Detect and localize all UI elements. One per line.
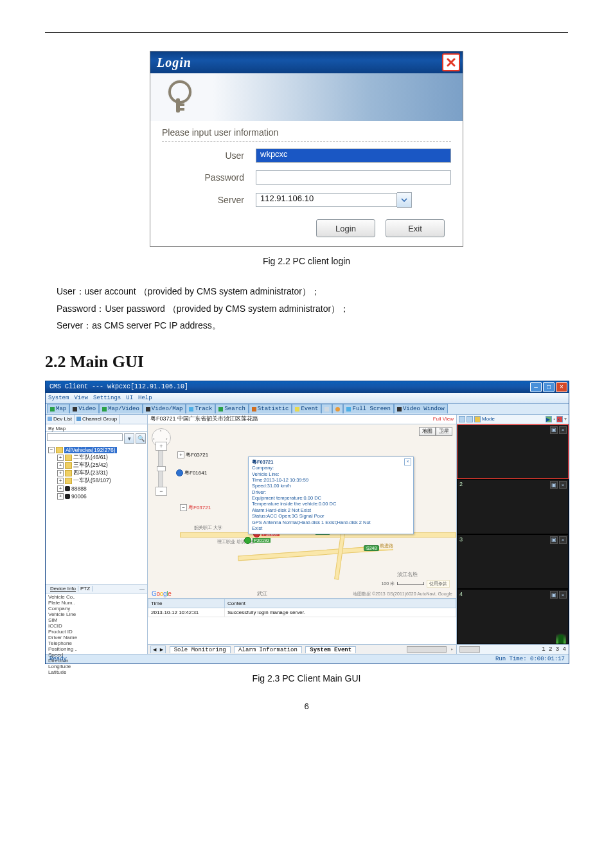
map-terms[interactable]: 使用条款 xyxy=(427,580,450,588)
login-window: Login Please input user information User… xyxy=(150,51,463,247)
tab-map-video[interactable]: Map/Video xyxy=(99,404,143,413)
password-label: Password xyxy=(162,172,256,183)
video-cell-3[interactable]: 3 ▣× xyxy=(457,534,569,590)
tab-icon-b[interactable] xyxy=(332,404,343,413)
view-max-icon[interactable]: ▣ xyxy=(550,426,558,434)
col-time[interactable]: Time xyxy=(148,599,225,608)
tab-statistic[interactable]: Statistic xyxy=(249,404,292,413)
menu-help[interactable]: Help xyxy=(138,395,152,401)
tab-event[interactable]: Event xyxy=(292,404,321,413)
poi-label: 韶关职工 大学 xyxy=(194,525,222,531)
bot-tab-sole[interactable]: Sole Monitoring xyxy=(170,646,231,653)
map-toggle-map[interactable]: 地图 xyxy=(419,427,436,436)
tab-video[interactable]: Video xyxy=(69,404,99,413)
exit-button[interactable]: Exit xyxy=(386,219,445,237)
map-zoom-slider[interactable]: + − xyxy=(158,450,163,487)
device-props: Vehicle Co.. Plate Num.. Company Vehicle… xyxy=(46,593,147,654)
user-input[interactable]: wkpcxc xyxy=(256,149,451,163)
map-toggle-sat[interactable]: 卫星 xyxy=(436,427,452,436)
rp-tool-icon[interactable] xyxy=(474,416,481,422)
tab-map[interactable]: Map xyxy=(47,404,69,413)
app-title-text: CMS Client --- wkpcxc[112.91.106.10] xyxy=(49,383,188,390)
tree-item[interactable]: 三车队(25/42) xyxy=(73,462,108,469)
marker-green-icon[interactable] xyxy=(244,537,251,544)
tree-item[interactable]: 88888 xyxy=(71,485,87,492)
view-close-icon[interactable]: × xyxy=(559,481,567,489)
figure-caption-1: Fig 2.2 PC client login xyxy=(45,256,568,266)
rp-tool-icon[interactable] xyxy=(466,416,473,422)
tree-item[interactable]: 四车队(23/31) xyxy=(73,469,108,477)
view-max-icon[interactable]: ▣ xyxy=(550,536,558,544)
view-max-icon[interactable]: ▣ xyxy=(550,481,558,489)
status-left: Ready xyxy=(49,656,67,662)
rp-tool-icon[interactable]: ▶ xyxy=(546,416,552,422)
rp-scrollbar[interactable] xyxy=(459,646,480,653)
col-content[interactable]: Content xyxy=(225,599,456,608)
login-button[interactable]: Login xyxy=(316,219,375,237)
device-tree[interactable]: −AllVehicles(192/276) +二车队(46/61) +三车队(2… xyxy=(46,445,147,584)
tree-search-dropdown[interactable]: ▾ xyxy=(124,433,134,444)
tab-track[interactable]: Track xyxy=(186,404,215,413)
video-cell-4[interactable]: 4 ▣× xyxy=(457,589,569,644)
server-input[interactable]: 112.91.106.10 xyxy=(256,193,397,207)
tab-video-map[interactable]: Video/Map xyxy=(143,404,186,413)
key-icon xyxy=(164,80,194,114)
map-address: 粤F03721 中国广东省韶关市浈江区莲花路 xyxy=(150,415,258,423)
tab-icon-a[interactable] xyxy=(321,404,332,413)
close-button[interactable]: × xyxy=(556,382,567,392)
zoom-out-button[interactable]: − xyxy=(155,487,167,496)
lp-bottom-collapse-icon[interactable]: — xyxy=(139,586,145,592)
tree-search-input[interactable] xyxy=(47,433,123,441)
event-row[interactable]: 2013-10-12 10:42:31 Successfully login m… xyxy=(148,608,456,617)
menu-view[interactable]: View xyxy=(74,395,88,401)
close-icon[interactable] xyxy=(442,53,460,71)
rp-pager[interactable]: 1 2 3 4 xyxy=(542,646,566,653)
description-block: User：user account （provided by CMS syste… xyxy=(57,283,556,334)
tree-item[interactable]: 二车队(46/61) xyxy=(73,454,108,462)
zoom-thumb[interactable] xyxy=(157,466,166,471)
rp-toolbar: Mode ▶ • × ▾ xyxy=(457,415,569,424)
menu-system[interactable]: System xyxy=(48,395,69,401)
popup-close-icon[interactable]: × xyxy=(404,458,411,466)
rp-tool-icon[interactable] xyxy=(459,416,465,422)
password-input[interactable] xyxy=(256,170,451,185)
tree-search-button[interactable]: 🔍 xyxy=(136,433,146,444)
menu-settings[interactable]: Settings xyxy=(93,395,121,401)
tree-item[interactable]: 90006 xyxy=(71,493,87,500)
map-corner-label: 浈江名胜 xyxy=(397,571,418,578)
bot-tab-system-event[interactable]: System Event xyxy=(305,646,356,653)
maximize-button[interactable]: □ xyxy=(543,382,555,392)
server-dropdown-button[interactable] xyxy=(397,192,412,208)
lp-tab-channelgroup[interactable]: Channel Group xyxy=(75,415,120,424)
view-close-icon[interactable]: × xyxy=(559,426,567,434)
bot-scroll-hint[interactable]: ◀ ▶ xyxy=(150,646,166,653)
vehicle-marker-icon[interactable] xyxy=(176,469,183,476)
map-area[interactable]: 地图 卫星 ˄˅ ‹› + − 249省道 前进路 xyxy=(148,424,456,598)
marker-plus-icon[interactable]: + xyxy=(177,451,184,458)
minimize-button[interactable]: – xyxy=(530,382,542,392)
video-cell-1[interactable]: ▣× xyxy=(457,424,569,480)
user-label: User xyxy=(162,150,256,161)
tree-item[interactable]: 一车队(58/107) xyxy=(73,477,111,485)
chevron-down-icon xyxy=(401,198,407,202)
marker-minus-icon[interactable]: − xyxy=(180,504,187,511)
bot-tab-alarm[interactable]: Alarm Information xyxy=(234,646,302,653)
view-close-icon[interactable]: × xyxy=(559,591,567,599)
tab-search[interactable]: Search xyxy=(215,404,248,413)
tab-fullscreen[interactable]: Full Screen xyxy=(343,404,393,413)
top-rule xyxy=(45,32,568,33)
lp-bottom-tab-ptz[interactable]: PTZ xyxy=(78,586,93,592)
lp-tab-devlist[interactable]: Dev List xyxy=(46,415,75,424)
menu-ui[interactable]: UI xyxy=(126,395,133,401)
zoom-in-button[interactable]: + xyxy=(155,442,167,451)
bot-scrollbar[interactable] xyxy=(407,646,447,653)
tab-video-window[interactable]: Video Window xyxy=(394,404,448,413)
view-close-icon[interactable]: × xyxy=(559,536,567,544)
lp-bottom-tab-deviceinfo[interactable]: Device Info xyxy=(48,586,78,592)
rp-tool-icon[interactable]: × xyxy=(556,416,563,422)
video-cell-2[interactable]: 2 ▣× xyxy=(457,479,569,534)
google-logo: Google xyxy=(152,590,171,597)
view-max-icon[interactable]: ▣ xyxy=(550,591,558,599)
tree-root[interactable]: AllVehicles(192/276) xyxy=(64,447,117,453)
login-titlebar: Login xyxy=(150,51,463,73)
